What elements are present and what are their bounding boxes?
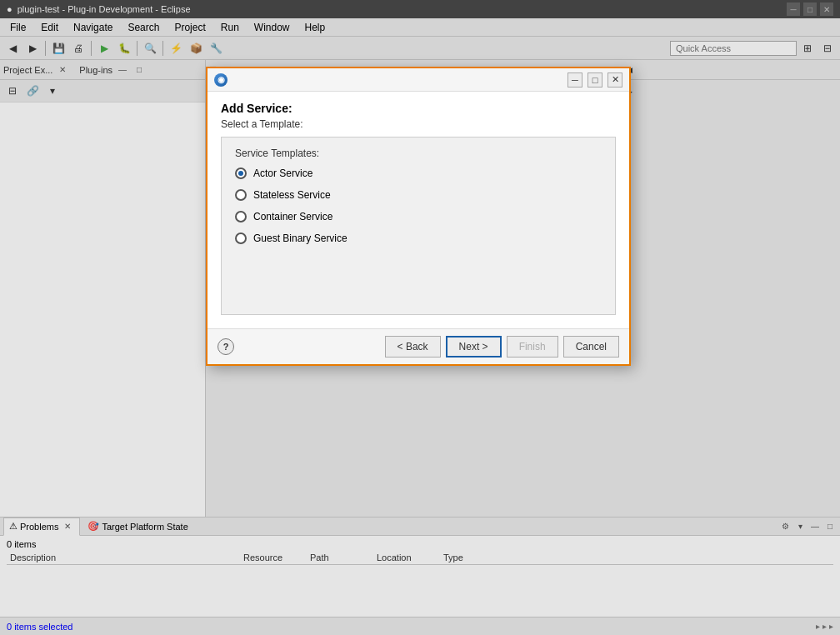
dialog-subheading: Select a Template: [221,118,616,130]
help-button[interactable]: ? [218,338,234,355]
cancel-button[interactable]: Cancel [563,336,619,358]
dialog-minimize-btn[interactable]: ─ [568,72,582,88]
dialog-maximize-btn[interactable]: □ [588,72,602,88]
radio-actor-circle [235,168,247,179]
radio-actor-service[interactable]: Actor Service [235,168,602,179]
radio-actor-label: Actor Service [253,168,312,179]
add-service-dialog: ◉ ─ □ ✕ Add Service: Select a Template: … [206,67,631,366]
radio-container-service[interactable]: Container Service [235,211,602,222]
radio-stateless-service[interactable]: Stateless Service [235,189,602,201]
radio-stateless-label: Stateless Service [253,189,331,201]
radio-container-label: Container Service [253,211,332,222]
dialog-titlebar: ◉ ─ □ ✕ [208,68,629,92]
dialog-inner-panel: Service Templates: Actor Service Statele… [221,137,616,315]
finish-button[interactable]: Finish [507,336,558,358]
dialog-close-btn[interactable]: ✕ [608,72,622,88]
next-button[interactable]: Next > [446,336,502,358]
dialog-spacer [235,254,602,304]
radio-guest-binary-circle [235,232,247,244]
radio-container-circle [235,211,247,222]
dialog-btn-group: < Back Next > Finish Cancel [385,336,619,358]
radio-guest-binary-service[interactable]: Guest Binary Service [235,232,602,244]
dialog-icon: ◉ [214,73,228,87]
dialog-body: Add Service: Select a Template: Service … [208,92,629,328]
dialog-overlay: ◉ ─ □ ✕ Add Service: Select a Template: … [0,0,840,635]
back-button[interactable]: < Back [385,336,441,358]
dialog-footer: ? < Back Next > Finish Cancel [208,328,629,364]
templates-label: Service Templates: [235,148,602,159]
radio-guest-binary-label: Guest Binary Service [253,232,348,244]
radio-stateless-circle [235,189,247,201]
dialog-heading: Add Service: [221,102,616,115]
